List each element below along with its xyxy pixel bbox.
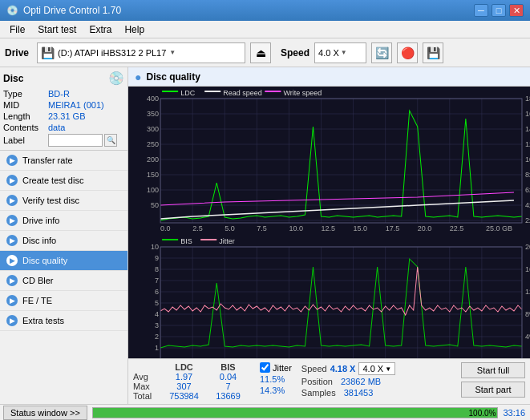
- close-button[interactable]: ✕: [509, 4, 524, 17]
- disc-length-value: 23.31 GB: [48, 111, 85, 121]
- svg-text:12%: 12%: [525, 288, 530, 296]
- svg-rect-50: [204, 91, 220, 92]
- svg-text:17.5: 17.5: [386, 224, 400, 232]
- svg-text:25.0 GB: 25.0 GB: [486, 224, 512, 232]
- svg-text:Write speed: Write speed: [283, 89, 322, 97]
- disc-quality-title: Disc quality: [146, 71, 200, 83]
- start-part-button[interactable]: Start part: [461, 382, 525, 398]
- svg-text:350: 350: [147, 110, 159, 118]
- maximize-button[interactable]: □: [492, 4, 506, 17]
- svg-text:12x: 12x: [525, 140, 530, 148]
- sidebar-item-cd-bler[interactable]: ▶ CD Bler: [0, 271, 127, 291]
- status-window-button[interactable]: Status window >>: [3, 406, 87, 420]
- chart1-ldc: 400 350 300 250 200 150 100 50 18x 16x 1…: [128, 87, 530, 235]
- progress-bar: 100.0%: [92, 407, 499, 418]
- sidebar-label-create-test-disc: Create test disc: [22, 176, 83, 185]
- sidebar-label-transfer-rate: Transfer rate: [22, 155, 73, 165]
- svg-text:7.5: 7.5: [257, 224, 267, 232]
- create-test-disc-icon: ▶: [6, 175, 18, 186]
- svg-text:300: 300: [147, 125, 159, 133]
- samples-label: Samples: [301, 388, 336, 398]
- menu-help[interactable]: Help: [118, 22, 151, 37]
- speed-label: Speed: [281, 47, 310, 59]
- svg-text:9: 9: [155, 254, 159, 262]
- svg-rect-0: [128, 87, 530, 235]
- stats-max-ldc: 307: [162, 382, 206, 391]
- svg-text:15.0: 15.0: [354, 224, 368, 232]
- svg-text:LDC: LDC: [180, 89, 196, 97]
- menu-file[interactable]: File: [3, 22, 31, 37]
- chart2-bis: 10 9 8 7 6 5 4 3 2 1 20% 16% 12% 8% 4%: [128, 235, 530, 358]
- svg-rect-105: [200, 239, 216, 240]
- disc-mid-row: MID MEIRA1 (001): [3, 100, 124, 110]
- menu-start-test[interactable]: Start test: [31, 22, 83, 37]
- stats-row-avg: Avg 1.97 0.04: [133, 372, 250, 382]
- svg-text:10.0: 10.0: [289, 224, 303, 232]
- svg-text:8: 8: [155, 265, 159, 273]
- svg-text:400: 400: [147, 95, 159, 103]
- menu-extra[interactable]: Extra: [83, 22, 118, 37]
- svg-text:2: 2: [155, 333, 159, 341]
- drive-selector[interactable]: 💾 (D:) ATAPI iHBS312 2 PL17 ▼: [37, 42, 245, 63]
- sidebar-item-disc-quality[interactable]: ▶ Disc quality: [0, 251, 127, 271]
- cd-bler-icon: ▶: [6, 275, 18, 286]
- sidebar-item-extra-tests[interactable]: ▶ Extra tests: [0, 311, 127, 331]
- sidebar-item-disc-info[interactable]: ▶ Disc info: [0, 231, 127, 251]
- disc-label-btn[interactable]: 🔍: [104, 134, 117, 147]
- title-bar-left: 💿 Opti Drive Control 1.70: [6, 5, 121, 16]
- svg-text:2.5: 2.5: [192, 224, 203, 232]
- disc-type-value: BD-R: [48, 89, 70, 99]
- svg-text:5: 5: [155, 299, 159, 307]
- sidebar-label-disc-info: Disc info: [22, 236, 56, 245]
- drive-name: (D:) ATAPI iHBS312 2 PL17: [58, 48, 166, 58]
- svg-text:16x: 16x: [525, 110, 530, 118]
- toolbar-btn-2[interactable]: 🔴: [397, 42, 418, 63]
- drive-dropdown-arrow: ▼: [169, 49, 176, 56]
- speed-dropdown[interactable]: 4.0 X ▼: [358, 362, 395, 375]
- speed-selector[interactable]: 4.0 X ▼: [314, 42, 366, 63]
- app-title: Opti Drive Control 1.70: [23, 5, 121, 16]
- disc-type-row: Type BD-R: [3, 89, 124, 99]
- chart2-svg: 10 9 8 7 6 5 4 3 2 1 20% 16% 12% 8% 4%: [128, 235, 530, 358]
- disc-contents-row: Contents data: [3, 123, 124, 132]
- disc-mid-label: MID: [3, 100, 48, 110]
- sidebar-label-fe-te: FE / TE: [22, 296, 52, 305]
- disc-label-text: Label: [3, 135, 48, 145]
- main-area: Disc 💿 Type BD-R MID MEIRA1 (001) Length…: [0, 67, 530, 404]
- svg-text:18x: 18x: [525, 95, 530, 103]
- minimize-button[interactable]: ─: [474, 4, 488, 17]
- disc-header: Disc 💿: [3, 71, 124, 86]
- disc-length-label: Length: [3, 111, 48, 121]
- disc-contents-value: data: [48, 123, 65, 132]
- toolbar-btn-1[interactable]: 🔄: [371, 42, 392, 63]
- sidebar-item-create-test-disc[interactable]: ▶ Create test disc: [0, 171, 127, 191]
- eject-button[interactable]: ⏏: [250, 42, 271, 63]
- jitter-header: Jitter: [260, 362, 292, 373]
- disc-mid-value: MEIRA1 (001): [48, 100, 104, 110]
- drive-disc-icon: 💾: [41, 46, 55, 59]
- sidebar-item-drive-info[interactable]: ▶ Drive info: [0, 211, 127, 231]
- sidebar-item-transfer-rate[interactable]: ▶ Transfer rate: [0, 151, 127, 171]
- progress-label: 100.0%: [469, 408, 496, 418]
- sidebar-item-verify-test-disc[interactable]: ▶ Verify test disc: [0, 191, 127, 211]
- svg-text:0.0: 0.0: [160, 224, 171, 232]
- svg-text:4%: 4%: [525, 333, 530, 341]
- disc-info-icon: ▶: [6, 235, 18, 246]
- charts-container: 400 350 300 250 200 150 100 50 18x 16x 1…: [128, 87, 530, 358]
- svg-rect-55: [128, 235, 530, 358]
- toolbar-btn-3[interactable]: 💾: [423, 42, 443, 63]
- start-full-button[interactable]: Start full: [461, 362, 525, 378]
- svg-text:Jitter: Jitter: [219, 237, 235, 245]
- svg-text:14x: 14x: [525, 125, 530, 133]
- svg-text:7: 7: [155, 277, 159, 285]
- samples-row: Samples 381453: [301, 388, 395, 398]
- disc-label-row: Label 🔍: [3, 134, 124, 147]
- disc-label-input[interactable]: [48, 134, 103, 147]
- speed-value: 4.0 X: [318, 48, 339, 58]
- jitter-checkbox[interactable]: [260, 362, 270, 373]
- svg-text:16%: 16%: [525, 265, 530, 273]
- stats-label-total: Total: [133, 391, 162, 401]
- sidebar-item-fe-te[interactable]: ▶ FE / TE: [0, 291, 127, 311]
- svg-text:200: 200: [147, 155, 159, 164]
- svg-text:100: 100: [147, 186, 159, 194]
